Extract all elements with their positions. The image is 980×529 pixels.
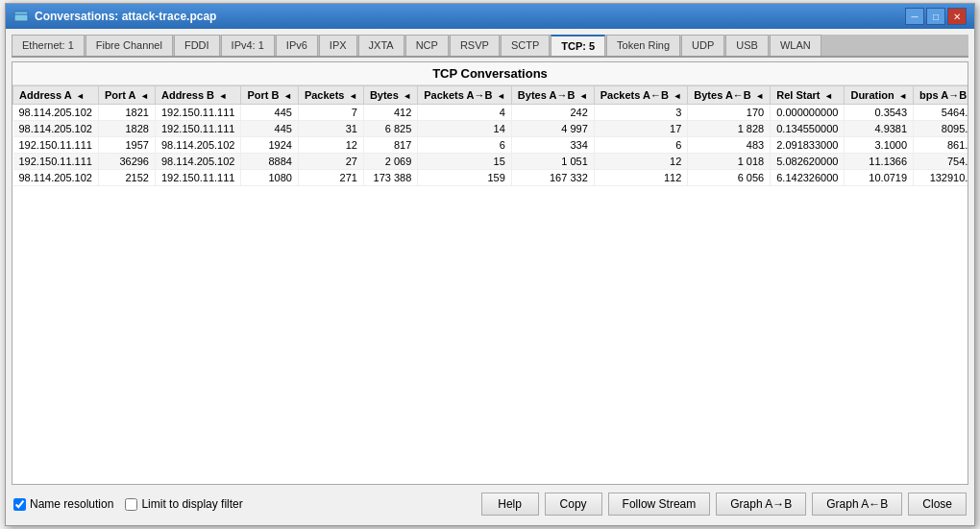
cell-bytes_ba: 1 018 [688,154,771,170]
window-title: Conversations: attack-trace.pcap [35,10,216,23]
close-button[interactable]: Close [908,493,967,516]
sort-arrow: ◄ [346,91,356,101]
limit-display-filter-label: Limit to display filter [141,497,242,511]
cell-rel_start: 2.091833000 [771,137,845,154]
follow-stream-button[interactable]: Follow Stream [608,493,711,516]
col-address-b[interactable]: Address B ◄ [155,86,240,105]
cell-packets_ba: 17 [594,121,688,137]
cell-bytes_ba: 6 056 [688,170,771,186]
cell-packets_ba: 3 [594,105,688,121]
main-window: Conversations: attack-trace.pcap ─ □ ✕ E… [5,3,975,526]
tab-tcp--5[interactable]: TCP: 5 [551,35,605,56]
cell-bytes_ab: 1 051 [511,154,594,170]
col-packets-a-b[interactable]: Packets A→B ◄ [418,86,512,105]
cell-rel_start: 0.000000000 [771,105,845,121]
name-resolution-checkbox[interactable] [13,498,26,511]
table-row[interactable]: 98.114.205.1021828192.150.11.111445316 8… [13,121,969,137]
graph-ba-button[interactable]: Graph A←B [812,493,902,516]
tab-usb[interactable]: USB [725,35,769,56]
tab-ncp[interactable]: NCP [405,35,449,56]
cell-packets_ba: 112 [594,170,688,186]
cell-rel_start: 0.134550000 [771,121,845,137]
graph-ab-button[interactable]: Graph A→B [716,493,806,516]
col-bytes[interactable]: Bytes ◄ [363,86,417,105]
help-button[interactable]: Help [481,493,539,516]
cell-bps_ab: 5464.26 [914,105,968,121]
cell-address_b: 98.114.205.102 [155,137,240,154]
sort-arrow: ◄ [753,91,764,101]
tab-udp[interactable]: UDP [681,35,724,56]
cell-bytes_ba: 170 [688,105,771,121]
cell-bps_ab: 754.99 [914,154,968,170]
tab-ipv4--1[interactable]: IPv4: 1 [221,35,275,56]
title-controls: ─ □ ✕ [905,8,967,25]
tab-ipv6[interactable]: IPv6 [276,35,318,56]
maximize-button[interactable]: □ [926,8,945,25]
table-container[interactable]: TCP Conversations Address A ◄Port A ◄Add… [12,61,968,485]
name-resolution-checkbox-label[interactable]: Name resolution [13,497,113,511]
title-bar-left: Conversations: attack-trace.pcap [13,9,216,24]
cell-bps_ab: 132910.14 [914,170,968,186]
col-port-a[interactable]: Port A ◄ [98,86,155,105]
cell-port_b: 445 [241,105,298,121]
cell-address_b: 192.150.11.111 [155,105,240,121]
sort-arrow: ◄ [138,91,149,101]
tab-fibre-channel[interactable]: Fibre Channel [86,35,173,56]
cell-address_a: 192.150.11.111 [13,137,99,154]
tab-jxta[interactable]: JXTA [358,35,404,56]
col-port-b[interactable]: Port B ◄ [241,86,298,105]
col-bytes-a-b[interactable]: Bytes A←B ◄ [688,86,771,105]
sort-arrow: ◄ [401,91,411,101]
col-packets[interactable]: Packets ◄ [298,86,363,105]
cell-address_a: 192.150.11.111 [13,154,99,170]
tab-rsvp[interactable]: RSVP [450,35,500,56]
tab-wlan[interactable]: WLAN [770,35,821,56]
window-close-button[interactable]: ✕ [947,8,967,25]
col-duration[interactable]: Duration ◄ [845,86,914,105]
col-packets-a-b[interactable]: Packets A←B ◄ [594,86,688,105]
cell-bytes: 412 [363,105,417,121]
tab-sctp[interactable]: SCTP [501,35,550,56]
content-area: Ethernet: 1Fibre ChannelFDDIIPv4: 1IPv6I… [6,29,974,525]
cell-bytes_ab: 334 [511,137,594,154]
cell-packets_ab: 159 [418,170,512,186]
cell-packets: 31 [298,121,363,137]
tabs-row: Ethernet: 1Fibre ChannelFDDIIPv4: 1IPv6I… [12,35,968,58]
sort-arrow: ◄ [494,91,504,101]
minimize-button[interactable]: ─ [905,8,924,25]
name-resolution-label: Name resolution [30,497,113,511]
copy-button[interactable]: Copy [545,493,602,516]
cell-bytes_ba: 1 828 [688,121,771,137]
col-bps-a-b[interactable]: bps A→B ◄ [914,86,968,105]
sort-arrow: ◄ [576,91,587,101]
table-row[interactable]: 192.150.11.1113629698.114.205.1028884272… [13,154,969,170]
cell-port_a: 1821 [98,105,155,121]
table-row[interactable]: 192.150.11.111195798.114.205.10219241281… [13,137,969,154]
tab-ipx[interactable]: IPX [319,35,357,56]
table-row[interactable]: 98.114.205.1022152192.150.11.11110802711… [13,170,969,186]
limit-display-filter-checkbox-label[interactable]: Limit to display filter [125,497,242,511]
col-bytes-a-b[interactable]: Bytes A→B ◄ [511,86,594,105]
cell-address_b: 192.150.11.111 [155,121,240,137]
cell-duration: 3.1000 [845,137,914,154]
limit-display-filter-checkbox[interactable] [125,498,137,511]
table-row[interactable]: 98.114.205.1021821192.150.11.11144574124… [13,105,969,121]
cell-duration: 4.9381 [845,121,914,137]
bottom-left: Name resolution Limit to display filter [13,497,243,511]
cell-address_a: 98.114.205.102 [13,105,99,121]
cell-duration: 11.1366 [845,154,914,170]
conversations-table: Address A ◄Port A ◄Address B ◄Port B ◄Pa… [12,85,968,186]
sort-arrow: ◄ [281,91,291,101]
tab-fddi[interactable]: FDDI [174,35,220,56]
cell-port_b: 1924 [241,137,298,154]
tab-token-ring[interactable]: Token Ring [606,35,680,56]
app-icon [13,9,29,24]
col-address-a[interactable]: Address A ◄ [13,86,99,105]
tab-ethernet--1[interactable]: Ethernet: 1 [12,35,85,56]
cell-duration: 10.0719 [845,170,914,186]
col-rel-start[interactable]: Rel Start ◄ [771,86,845,105]
cell-bytes_ba: 483 [688,137,771,154]
cell-port_b: 445 [241,121,298,137]
bottom-right: Help Copy Follow Stream Graph A→B Graph … [481,493,967,516]
cell-address_b: 98.114.205.102 [155,154,240,170]
